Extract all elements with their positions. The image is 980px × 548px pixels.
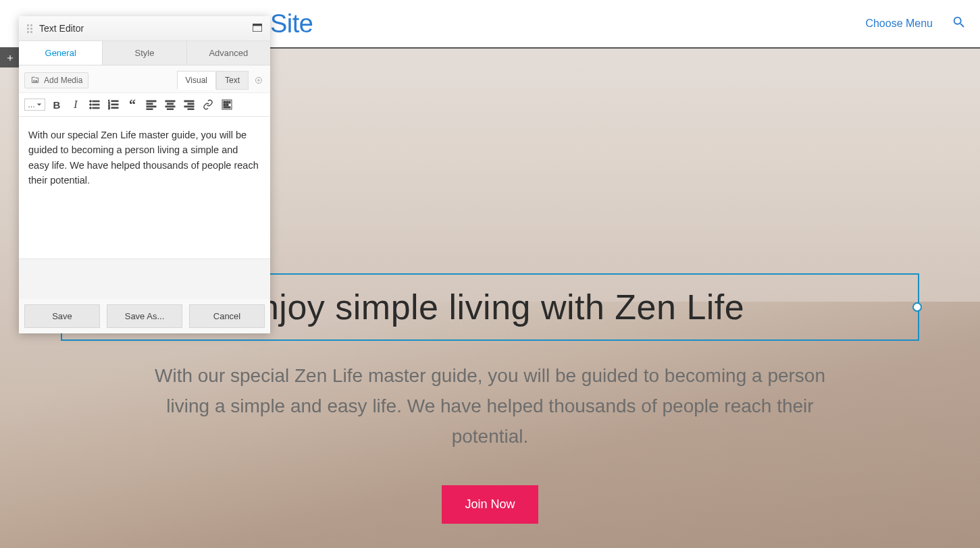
editor-content[interactable]: With our special Zen Life master guide, …	[19, 117, 270, 258]
panel-header[interactable]: Text Editor	[19, 16, 270, 41]
numbered-list-icon[interactable]: 123	[106, 97, 121, 112]
save-as-button[interactable]: Save As...	[107, 304, 182, 328]
search-icon[interactable]	[952, 15, 966, 32]
svg-rect-23	[167, 109, 174, 110]
align-right-icon[interactable]	[182, 97, 197, 112]
add-media-label: Add Media	[44, 76, 82, 85]
svg-rect-15	[111, 107, 118, 109]
svg-rect-5	[93, 101, 99, 102]
svg-point-8	[90, 107, 92, 109]
svg-rect-13	[111, 104, 118, 105]
add-element-button[interactable]	[0, 49, 20, 67]
blockquote-icon[interactable]: “	[125, 97, 140, 112]
text-format-toolbar: … B I 123 “	[19, 93, 270, 117]
svg-rect-33	[226, 104, 228, 106]
svg-rect-1	[253, 24, 262, 26]
svg-rect-9	[93, 107, 99, 109]
tab-general[interactable]: General	[19, 41, 103, 65]
hero-subtext[interactable]: With our special Zen Life master guide, …	[146, 361, 835, 451]
svg-rect-29	[224, 101, 226, 103]
svg-rect-34	[224, 107, 230, 108]
svg-rect-20	[165, 101, 175, 102]
svg-point-4	[90, 101, 92, 103]
tab-advanced[interactable]: Advanced	[187, 41, 270, 65]
panel-title: Text Editor	[39, 23, 84, 34]
toolbar-toggle-icon[interactable]	[220, 97, 234, 112]
svg-point-6	[90, 104, 92, 106]
link-icon[interactable]	[201, 97, 215, 112]
svg-rect-11	[111, 101, 118, 102]
svg-rect-19	[147, 109, 153, 110]
svg-rect-25	[188, 103, 194, 105]
svg-rect-7	[93, 104, 99, 105]
panel-action-row: Save Save As... Cancel	[19, 299, 270, 333]
panel-spacer	[19, 258, 270, 299]
paragraph-selector[interactable]: …	[24, 99, 45, 111]
media-toolbar: Add Media Visual Text	[19, 65, 270, 93]
bullet-list-icon[interactable]	[87, 97, 102, 112]
svg-rect-22	[165, 106, 175, 107]
svg-text:3: 3	[108, 106, 110, 110]
svg-rect-17	[147, 103, 153, 105]
svg-rect-26	[184, 106, 194, 107]
text-editor-panel: Text Editor General Style Advanced Add M…	[19, 16, 270, 333]
svg-rect-24	[184, 101, 194, 102]
align-left-icon[interactable]	[144, 97, 159, 112]
align-center-icon[interactable]	[163, 97, 178, 112]
site-title: Site	[270, 9, 313, 38]
join-now-button[interactable]: Join Now	[442, 485, 538, 524]
tab-style[interactable]: Style	[103, 41, 186, 65]
cancel-button[interactable]: Cancel	[189, 304, 265, 328]
mode-visual[interactable]: Visual	[177, 71, 216, 90]
mode-text[interactable]: Text	[216, 71, 249, 90]
panel-tabs: General Style Advanced	[19, 41, 270, 65]
italic-icon[interactable]: I	[68, 97, 83, 112]
svg-rect-21	[167, 103, 174, 105]
add-mode-icon[interactable]	[253, 74, 265, 86]
choose-menu-link[interactable]: Choose Menu	[865, 18, 933, 30]
save-button[interactable]: Save	[24, 304, 100, 328]
window-icon[interactable]	[253, 24, 262, 34]
svg-rect-27	[188, 109, 194, 110]
svg-rect-16	[147, 101, 156, 102]
media-icon	[30, 76, 40, 85]
chevron-down-icon	[36, 102, 42, 107]
add-media-button[interactable]: Add Media	[24, 72, 88, 88]
svg-rect-32	[224, 104, 226, 106]
svg-rect-18	[147, 106, 156, 107]
drag-handle-icon[interactable]	[27, 24, 32, 33]
svg-rect-30	[226, 101, 228, 103]
svg-rect-31	[229, 101, 230, 103]
bold-icon[interactable]: B	[49, 97, 64, 112]
